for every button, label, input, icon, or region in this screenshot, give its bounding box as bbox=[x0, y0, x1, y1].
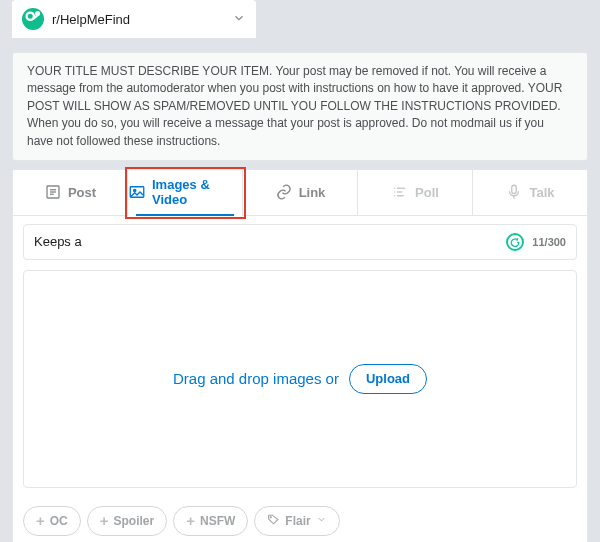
community-name: r/HelpMeFind bbox=[52, 12, 232, 27]
tab-images-video[interactable]: Images & Video bbox=[128, 170, 243, 216]
tag-label: OC bbox=[50, 514, 68, 528]
tag-flair-button[interactable]: Flair bbox=[254, 506, 339, 536]
post-icon bbox=[44, 183, 62, 201]
svg-rect-14 bbox=[512, 186, 517, 194]
community-selector[interactable]: r/HelpMeFind bbox=[12, 0, 256, 38]
title-counter: 11/300 bbox=[532, 236, 566, 248]
tag-icon bbox=[267, 513, 280, 529]
compose-panel: 11/300 Drag and drop images or Upload + … bbox=[12, 216, 588, 542]
svg-point-16 bbox=[271, 517, 272, 518]
tab-talk[interactable]: Talk bbox=[473, 170, 587, 216]
image-icon bbox=[128, 183, 146, 201]
plus-icon: + bbox=[36, 513, 45, 528]
poll-icon bbox=[391, 183, 409, 201]
tab-poll[interactable]: Poll bbox=[358, 170, 473, 216]
community-icon bbox=[22, 8, 44, 30]
tab-label: Images & Video bbox=[152, 177, 242, 207]
tag-label: Spoiler bbox=[114, 514, 155, 528]
plus-icon: + bbox=[100, 513, 109, 528]
tag-nsfw-button[interactable]: + NSFW bbox=[173, 506, 248, 536]
post-type-tabs: Post Images & Video Link Poll Talk bbox=[12, 169, 588, 216]
link-icon bbox=[275, 183, 293, 201]
tab-link[interactable]: Link bbox=[243, 170, 358, 216]
tag-oc-button[interactable]: + OC bbox=[23, 506, 81, 536]
tab-label: Talk bbox=[529, 185, 554, 200]
tab-label: Link bbox=[299, 185, 326, 200]
title-field-wrapper: 11/300 bbox=[23, 224, 577, 260]
tab-label: Poll bbox=[415, 185, 439, 200]
dropzone-text: Drag and drop images or bbox=[173, 370, 339, 387]
upload-button[interactable]: Upload bbox=[349, 364, 427, 394]
tag-label: NSFW bbox=[200, 514, 235, 528]
title-input[interactable] bbox=[34, 234, 498, 249]
tag-spoiler-button[interactable]: + Spoiler bbox=[87, 506, 167, 536]
microphone-icon bbox=[505, 183, 523, 201]
rules-notice: YOUR TITLE MUST DESCRIBE YOUR ITEM. Your… bbox=[12, 52, 588, 161]
grammarly-icon bbox=[506, 233, 524, 251]
svg-point-7 bbox=[134, 190, 136, 192]
plus-icon: + bbox=[186, 513, 195, 528]
tab-label: Post bbox=[68, 185, 96, 200]
svg-point-0 bbox=[27, 13, 34, 20]
tags-row: + OC + Spoiler + NSFW Flair bbox=[23, 506, 577, 536]
upload-dropzone[interactable]: Drag and drop images or Upload bbox=[23, 270, 577, 488]
tab-post[interactable]: Post bbox=[13, 170, 128, 216]
chevron-down-icon bbox=[232, 11, 246, 28]
chevron-down-icon bbox=[316, 514, 327, 528]
tag-label: Flair bbox=[285, 514, 310, 528]
